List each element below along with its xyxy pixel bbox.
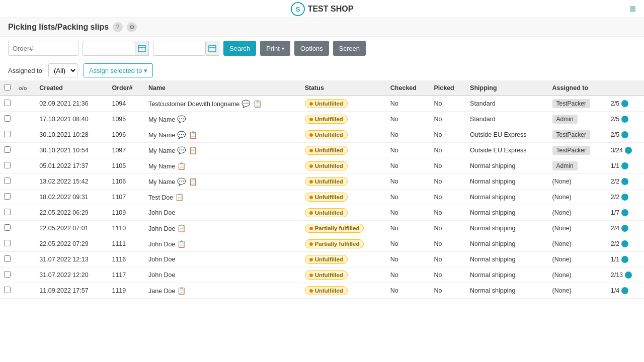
- brand: S TEST SHOP: [291, 2, 354, 16]
- row-checkbox-cell[interactable]: [0, 283, 15, 299]
- doc-icon[interactable]: 📋: [253, 100, 262, 108]
- doc-icon[interactable]: 📋: [177, 224, 186, 232]
- comment-icon[interactable]: 💬: [177, 146, 186, 154]
- order-input[interactable]: [8, 41, 78, 56]
- th-order[interactable]: Order#: [108, 81, 144, 96]
- row-checkbox-cell[interactable]: [0, 190, 15, 205]
- table-row: 13.02.2022 15:421106My Name 💬 📋Unfulfill…: [0, 174, 644, 190]
- row-order: 1094: [108, 96, 144, 112]
- info-icon[interactable]: [621, 256, 628, 263]
- doc-icon[interactable]: 📋: [177, 162, 186, 170]
- table-row: 18.02.2022 09:311107Test Doe 📋Unfulfille…: [0, 190, 644, 205]
- select-all-checkbox[interactable]: [4, 84, 11, 90]
- status-badge: Unfulfilled: [305, 270, 348, 280]
- row-checkbox-cell[interactable]: [0, 205, 15, 221]
- row-checkbox[interactable]: [4, 162, 11, 168]
- th-checked[interactable]: Checked: [386, 81, 430, 96]
- row-checkbox[interactable]: [4, 193, 11, 200]
- info-icon[interactable]: [621, 287, 628, 294]
- row-checkbox-cell[interactable]: [0, 143, 15, 158]
- screen-button[interactable]: Screen: [333, 41, 366, 56]
- settings-icon[interactable]: ⚙: [127, 22, 137, 32]
- status-dot: [309, 133, 313, 137]
- row-checkbox-cell[interactable]: [0, 127, 15, 143]
- info-icon[interactable]: [621, 162, 628, 169]
- table-row: 02.09.2021 21:361094Testcustomer Doewith…: [0, 96, 644, 112]
- info-icon[interactable]: [621, 225, 628, 232]
- row-checkbox[interactable]: [4, 131, 11, 137]
- row-created: 31.07.2022 12:20: [35, 267, 108, 283]
- row-order: 1105: [108, 158, 144, 174]
- row-checkbox-cell[interactable]: [0, 236, 15, 252]
- row-count: 1/7: [611, 209, 619, 216]
- row-assigned: TestPacker: [548, 143, 607, 158]
- doc-icon[interactable]: 📋: [177, 287, 186, 295]
- info-icon[interactable]: [621, 194, 628, 201]
- row-count-cell: 2/2: [607, 190, 644, 205]
- doc-icon[interactable]: 📋: [189, 177, 197, 186]
- row-name-cell: John Doe: [144, 205, 301, 221]
- row-checkbox-cell[interactable]: [0, 112, 15, 127]
- search-button[interactable]: Search: [223, 41, 256, 56]
- th-created[interactable]: Created: [35, 81, 108, 96]
- comment-icon[interactable]: 💬: [177, 115, 186, 123]
- row-checkbox[interactable]: [4, 240, 11, 246]
- row-shipping: Standard: [466, 96, 548, 112]
- row-checkbox[interactable]: [4, 271, 11, 278]
- row-picked: No: [430, 252, 466, 267]
- table-row: 11.09.2022 17:571119Jane Doe 📋Unfulfille…: [0, 283, 644, 299]
- row-checkbox-cell[interactable]: [0, 174, 15, 190]
- row-count: 2/2: [611, 194, 619, 201]
- assigned-to-select[interactable]: (All): [48, 63, 77, 77]
- row-checkbox[interactable]: [4, 177, 11, 184]
- row-checkbox-cell[interactable]: [0, 221, 15, 236]
- doc-icon[interactable]: 📋: [175, 193, 184, 201]
- th-name[interactable]: Name: [144, 81, 301, 96]
- info-icon[interactable]: [621, 209, 628, 216]
- row-checkbox-cell[interactable]: [0, 158, 15, 174]
- doc-icon[interactable]: 📋: [189, 131, 197, 139]
- info-icon[interactable]: [621, 240, 628, 247]
- info-icon[interactable]: [621, 131, 628, 138]
- comment-icon[interactable]: 💬: [177, 131, 186, 139]
- date-to-input[interactable]: 05.10.2022: [153, 41, 206, 56]
- options-button[interactable]: Options: [294, 41, 329, 56]
- info-icon[interactable]: [625, 272, 632, 279]
- row-checkbox[interactable]: [4, 287, 11, 293]
- assigned-badge: Admin: [552, 115, 578, 124]
- row-oo: [15, 221, 35, 236]
- hamburger-menu[interactable]: ≡: [629, 3, 636, 16]
- row-checkbox[interactable]: [4, 209, 11, 215]
- row-checkbox-cell[interactable]: [0, 252, 15, 267]
- row-checkbox-cell[interactable]: [0, 96, 15, 112]
- row-name-cell: My Name 📋: [144, 158, 301, 174]
- row-created: 30.10.2021 10:54: [35, 143, 108, 158]
- info-icon[interactable]: [621, 100, 628, 107]
- th-status[interactable]: Status: [301, 81, 386, 96]
- date-from-calendar-button[interactable]: [135, 41, 149, 56]
- row-checkbox[interactable]: [4, 146, 11, 153]
- th-picked[interactable]: Picked: [430, 81, 466, 96]
- th-assigned-to[interactable]: Assigned to: [548, 81, 607, 96]
- date-to-calendar-button[interactable]: [206, 41, 219, 56]
- row-checkbox-cell[interactable]: [0, 267, 15, 283]
- status-dot: [309, 289, 313, 293]
- date-from-input[interactable]: 10.08.2021: [83, 41, 135, 56]
- comment-icon[interactable]: 💬: [242, 100, 250, 108]
- comment-icon[interactable]: 💬: [177, 177, 186, 186]
- assign-selected-button[interactable]: Assign selected to ▾: [84, 63, 153, 77]
- info-icon[interactable]: [621, 178, 628, 185]
- doc-icon[interactable]: 📋: [189, 146, 197, 154]
- info-icon[interactable]: [625, 147, 632, 154]
- print-button[interactable]: Print ▾: [260, 41, 290, 56]
- info-icon[interactable]: [621, 116, 628, 123]
- help-icon[interactable]: ?: [113, 22, 123, 32]
- row-checkbox[interactable]: [4, 115, 11, 122]
- row-checkbox[interactable]: [4, 224, 11, 231]
- th-shipping[interactable]: Shipping: [466, 81, 548, 96]
- th-select-all[interactable]: [0, 81, 15, 96]
- doc-icon[interactable]: 📋: [177, 240, 186, 248]
- row-name-cell: My Name 💬: [144, 112, 301, 127]
- row-checkbox[interactable]: [4, 255, 11, 262]
- row-checkbox[interactable]: [4, 100, 11, 106]
